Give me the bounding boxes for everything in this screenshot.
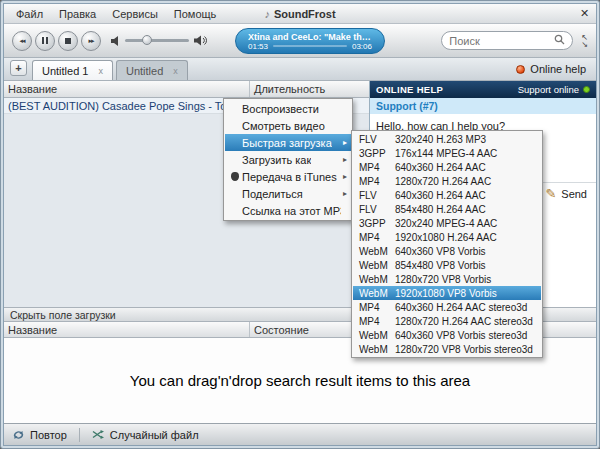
- format-menu-item[interactable]: 3GPP 320x240 MPEG-4 AAC: [353, 216, 541, 230]
- format-menu-item[interactable]: FLV 854x480 H.264 AAC: [353, 202, 541, 216]
- format-spec: 176x144 MPEG-4 AAC: [395, 148, 497, 159]
- progress-bar[interactable]: [273, 45, 347, 47]
- repeat-toggle[interactable]: Повтор: [12, 429, 67, 441]
- search-box: [441, 31, 573, 50]
- submenu-arrow-icon: ▸: [337, 155, 347, 164]
- tabbar: + Untitled 1 x Untitled x Online help: [4, 58, 596, 81]
- context-menu-item[interactable]: Быстрая загрузка ▸: [225, 134, 351, 151]
- shuffle-toggle[interactable]: Случайный файл: [92, 429, 199, 441]
- volume-down-icon[interactable]: [111, 36, 120, 46]
- tab-close-icon[interactable]: x: [173, 66, 178, 76]
- menu-item-icon: [228, 154, 242, 166]
- menubar-item[interactable]: Правка: [51, 6, 104, 22]
- format-name: MP4: [359, 302, 395, 313]
- format-spec: 320x240 H.263 MP3: [395, 134, 486, 145]
- submenu-arrow-icon: ▸: [337, 189, 347, 198]
- resize-icon[interactable]: ↖↘: [581, 34, 588, 48]
- format-menu-item[interactable]: FLV 640x360 H.264 AAC: [353, 188, 541, 202]
- tab-close-icon[interactable]: x: [98, 66, 103, 76]
- previous-button[interactable]: ◂◂: [12, 31, 32, 51]
- menu-item-label: Загрузить как: [242, 154, 311, 166]
- new-tab-button[interactable]: +: [10, 60, 27, 76]
- status-online-icon: [583, 86, 590, 93]
- format-spec: 1920x1080 VP8 Vorbis: [395, 288, 497, 299]
- toolbar: ◂◂ ▸▸ Xtina and CeeLo: "Make the World: [4, 24, 596, 58]
- format-menu-item[interactable]: FLV 320x240 H.263 MP3: [353, 132, 541, 146]
- format-name: WebM: [359, 288, 395, 299]
- menu-item-label: Передача в iTunes: [242, 171, 337, 183]
- stop-button[interactable]: [58, 31, 78, 51]
- next-button[interactable]: ▸▸: [81, 31, 101, 51]
- format-menu-item[interactable]: WebM 854x480 VP8 Vorbis: [353, 258, 541, 272]
- format-spec: 1280x720 H.264 AAC: [395, 176, 491, 187]
- format-spec: 640x360 H.264 AAC: [395, 162, 486, 173]
- shuffle-label: Случайный файл: [110, 429, 199, 441]
- format-spec: 640x360 H.264 AAC stereo3d: [395, 302, 527, 313]
- send-icon: ✎: [545, 186, 556, 201]
- format-menu-item[interactable]: MP4 1280x720 H.264 AAC: [353, 174, 541, 188]
- menubar-item[interactable]: Помощь: [166, 6, 225, 22]
- format-menu-item[interactable]: 3GPP 176x144 MPEG-4 AAC: [353, 146, 541, 160]
- format-spec: 854x480 VP8 Vorbis: [395, 260, 486, 271]
- column-dl-name[interactable]: Название: [4, 322, 250, 337]
- format-name: WebM: [359, 260, 395, 271]
- format-menu-item[interactable]: WebM 640x360 VP8 Vorbis stereo3d: [353, 328, 541, 342]
- menubar-item[interactable]: Сервисы: [104, 6, 166, 22]
- app-logo-icon: ♪: [264, 8, 270, 20]
- now-playing[interactable]: Xtina and CeeLo: "Make the World 01:53 0…: [235, 28, 385, 54]
- format-name: 3GPP: [359, 148, 395, 159]
- format-name: MP4: [359, 232, 395, 243]
- menubar: ФайлПравкаСервисыПомощь: [4, 6, 224, 22]
- menubar-item[interactable]: Файл: [8, 6, 51, 22]
- format-spec: 1280x720 H.264 AAC stereo3d: [395, 316, 533, 327]
- format-menu-item[interactable]: WebM 1280x720 VP8 Vorbis: [353, 272, 541, 286]
- transport-controls: ◂◂ ▸▸: [12, 31, 101, 51]
- search-input[interactable]: [449, 35, 550, 47]
- search-icon[interactable]: [554, 34, 565, 47]
- format-name: MP4: [359, 316, 395, 327]
- online-help-label: Online help: [530, 63, 586, 75]
- format-name: FLV: [359, 134, 395, 145]
- format-spec: 854x480 H.264 AAC: [395, 204, 486, 215]
- format-menu-item[interactable]: MP4 1280x720 H.264 AAC stereo3d: [353, 314, 541, 328]
- format-submenu: FLV 320x240 H.263 MP3 3GPP 176x144 MPEG-…: [351, 130, 543, 358]
- context-menu-item[interactable]: Ссылка на этот MP3 файл: [225, 202, 351, 219]
- tab[interactable]: Untitled 1 x: [32, 60, 113, 80]
- track-title: Xtina and CeeLo: "Make the World: [248, 32, 372, 41]
- context-menu-item[interactable]: Смотреть видео: [225, 117, 351, 134]
- statusbar: Повтор Случайный файл: [4, 423, 596, 445]
- shuffle-icon: [92, 429, 105, 440]
- format-menu-item[interactable]: WebM 640x360 VP8 Vorbis: [353, 244, 541, 258]
- format-spec: 640x360 VP8 Vorbis: [395, 246, 486, 257]
- format-name: WebM: [359, 330, 395, 341]
- stop-icon: [65, 38, 71, 44]
- volume-thumb[interactable]: [142, 35, 152, 45]
- format-menu-item[interactable]: WebM 1280x720 VP8 Vorbis stereo3d: [353, 342, 541, 356]
- pause-icon: [42, 37, 48, 44]
- context-menu-item[interactable]: Воспроизвести: [225, 100, 351, 117]
- context-menu-item[interactable]: Передача в iTunes ▸: [225, 168, 351, 185]
- column-duration[interactable]: Длительность: [250, 81, 369, 97]
- format-menu-item[interactable]: WebM 1920x1080 VP8 Vorbis: [353, 286, 541, 300]
- tab-label: Untitled 1: [42, 65, 88, 77]
- menu-item-label: Поделиться: [242, 188, 303, 200]
- total-time: 03:06: [352, 42, 372, 51]
- menu-item-icon: [228, 205, 242, 217]
- online-help-button[interactable]: Online help: [516, 63, 592, 75]
- format-name: WebM: [359, 274, 395, 285]
- format-menu-item[interactable]: MP4 640x360 H.264 AAC: [353, 160, 541, 174]
- format-menu-item[interactable]: MP4 1920x1080 H.264 AAC: [353, 230, 541, 244]
- format-menu-item[interactable]: MP4 640x360 H.264 AAC stereo3d: [353, 300, 541, 314]
- support-title: Support (#7): [370, 98, 596, 114]
- context-menu-item[interactable]: Загрузить как ▸: [225, 151, 351, 168]
- pause-button[interactable]: [35, 31, 55, 51]
- volume-up-icon[interactable]: [194, 35, 207, 46]
- close-icon[interactable]: ✕: [577, 6, 592, 21]
- tab[interactable]: Untitled x: [116, 60, 188, 80]
- column-name[interactable]: Название: [4, 81, 250, 97]
- volume-slider[interactable]: [125, 39, 189, 42]
- menu-item-label: Воспроизвести: [242, 103, 319, 115]
- format-spec: 1280x720 VP8 Vorbis stereo3d: [395, 344, 533, 355]
- context-menu-item[interactable]: Поделиться ▸: [225, 185, 351, 202]
- send-button[interactable]: Send: [561, 188, 587, 200]
